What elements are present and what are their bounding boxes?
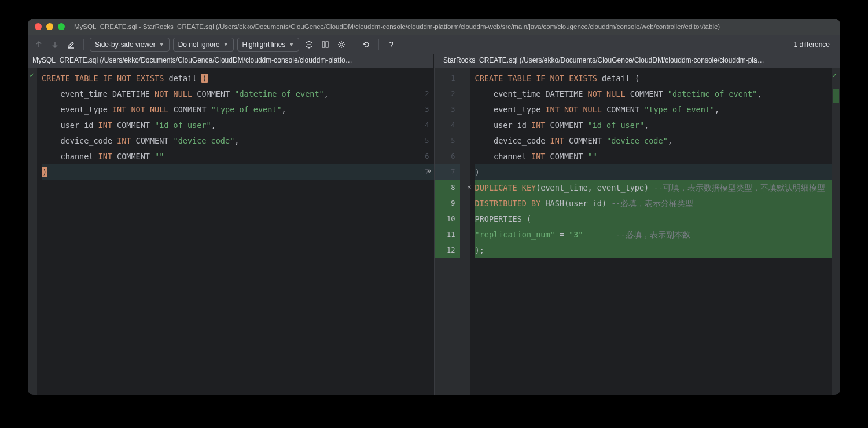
viewer-mode-label: Side-by-side viewer xyxy=(95,41,156,49)
right-file-header[interactable]: StarRocks_CREATE.sql (/Users/ekko/Docume… xyxy=(434,54,840,68)
line-number: 4 xyxy=(435,118,460,133)
settings-button[interactable] xyxy=(335,38,348,51)
chevron-down-icon: ▼ xyxy=(159,42,164,47)
code-line[interactable]: channel INT COMMENT "" xyxy=(42,149,411,164)
window-title: MySQL_CREATE.sql - StarRocks_CREATE.sql … xyxy=(74,23,720,30)
separator xyxy=(354,39,354,50)
svg-rect-1 xyxy=(326,42,328,47)
code-line[interactable]: DISTRIBUTED BY HASH(user_id) --必填，表示分桶类型 xyxy=(475,196,833,211)
right-code[interactable]: CREATE TABLE IF NOT EXISTS detail ( even… xyxy=(470,68,833,395)
check-icon: ✓ xyxy=(832,71,837,79)
code-line[interactable]: device_code INT COMMENT "device code", xyxy=(475,133,833,149)
refresh-button[interactable] xyxy=(360,38,373,51)
line-number: 9 xyxy=(435,196,460,211)
diff-panes: ✓ CREATE TABLE IF NOT EXISTS detail ( ev… xyxy=(28,68,840,395)
right-line-numbers: 123456789101112 xyxy=(435,68,460,395)
ignore-mode-label: Do not ignore xyxy=(178,41,220,49)
line-number: 5 xyxy=(435,133,460,149)
code-line[interactable]: event_time DATETIME NOT NULL COMMENT "da… xyxy=(475,86,833,102)
svg-rect-0 xyxy=(322,42,325,47)
chevron-down-icon: ▼ xyxy=(289,42,294,47)
code-line[interactable]: event_type INT NOT NULL COMMENT "type of… xyxy=(42,102,411,118)
close-button[interactable] xyxy=(35,23,42,30)
ignore-mode-dropdown[interactable]: Do not ignore ▼ xyxy=(173,38,234,52)
minimize-button[interactable] xyxy=(46,23,53,30)
code-line[interactable]: channel INT COMMENT "" xyxy=(475,149,833,164)
code-line[interactable]: PROPERTIES ( xyxy=(475,211,833,227)
line-number: 8 xyxy=(435,180,460,196)
prev-diff-button[interactable] xyxy=(32,38,45,51)
highlight-mode-label: Highlight lines xyxy=(242,41,286,49)
line-number xyxy=(411,71,434,86)
left-pane[interactable]: ✓ CREATE TABLE IF NOT EXISTS detail ( ev… xyxy=(28,68,435,395)
diff-count: 1 difference xyxy=(794,41,836,49)
line-number: 12 xyxy=(435,243,460,258)
line-number: 2 xyxy=(411,86,434,102)
left-line-numbers: 234567 xyxy=(411,68,434,395)
next-diff-button[interactable] xyxy=(49,38,61,51)
apply-right-icon[interactable]: » xyxy=(427,167,431,175)
line-number: 4 xyxy=(411,118,434,133)
viewer-mode-dropdown[interactable]: Side-by-side viewer ▼ xyxy=(90,38,170,52)
line-number: 1 xyxy=(435,71,460,86)
left-code[interactable]: CREATE TABLE IF NOT EXISTS detail ( even… xyxy=(37,68,411,395)
code-line[interactable]: device_code INT COMMENT "device code", xyxy=(42,133,411,149)
separator xyxy=(83,39,84,50)
edit-button[interactable] xyxy=(65,38,78,51)
left-file-header[interactable]: MySQL_CREATE.sql (/Users/ekko/Documents/… xyxy=(28,54,434,68)
line-number: 11 xyxy=(435,227,460,243)
diff-marker[interactable] xyxy=(833,89,839,103)
diff-window: MySQL_CREATE.sql - StarRocks_CREATE.sql … xyxy=(28,19,840,395)
code-line[interactable]: user_id INT COMMENT "id of user", xyxy=(42,118,411,133)
line-number: 6 xyxy=(435,149,460,164)
check-icon: ✓ xyxy=(30,71,34,79)
left-marker-strip xyxy=(28,68,37,395)
highlight-mode-dropdown[interactable]: Highlight lines ▼ xyxy=(237,38,300,52)
right-fold-gutter: « xyxy=(460,68,470,395)
chevron-down-icon: ▼ xyxy=(223,42,229,47)
code-line[interactable]: ) xyxy=(42,164,411,180)
code-line[interactable]: ) xyxy=(475,164,833,180)
sync-scroll-button[interactable] xyxy=(319,38,332,51)
traffic-lights xyxy=(35,23,65,30)
line-number: 10 xyxy=(435,211,460,227)
code-line[interactable]: CREATE TABLE IF NOT EXISTS detail ( xyxy=(475,71,833,86)
line-number: 5 xyxy=(411,133,434,149)
file-headers: MySQL_CREATE.sql (/Users/ekko/Documents/… xyxy=(28,54,840,68)
right-marker-strip: ✓ xyxy=(832,68,840,395)
separator xyxy=(378,39,379,50)
line-number: 7 xyxy=(435,164,460,180)
code-line[interactable]: "replication_num" = "3" --必填，表示副本数 xyxy=(475,227,833,243)
toolbar: Side-by-side viewer ▼ Do not ignore ▼ Hi… xyxy=(28,35,840,54)
titlebar[interactable]: MySQL_CREATE.sql - StarRocks_CREATE.sql … xyxy=(28,19,840,35)
right-pane[interactable]: 123456789101112 « CREATE TABLE IF NOT EX… xyxy=(435,68,841,395)
collapse-unchanged-button[interactable] xyxy=(303,38,315,51)
line-number: 2 xyxy=(435,86,460,102)
line-number: 3 xyxy=(435,102,460,118)
help-button[interactable]: ? xyxy=(385,38,398,51)
code-line[interactable]: user_id INT COMMENT "id of user", xyxy=(475,118,833,133)
code-line[interactable]: event_time DATETIME NOT NULL COMMENT "da… xyxy=(42,86,411,102)
line-number: 3 xyxy=(411,102,434,118)
code-line[interactable]: DUPLICATE KEY(event_time, event_type) --… xyxy=(475,180,833,196)
maximize-button[interactable] xyxy=(58,23,65,30)
code-line[interactable]: event_type INT NOT NULL COMMENT "type of… xyxy=(475,102,833,118)
line-number: 6 xyxy=(411,149,434,164)
svg-point-2 xyxy=(340,43,343,46)
code-line[interactable]: ); xyxy=(475,243,833,258)
code-line[interactable]: CREATE TABLE IF NOT EXISTS detail ( xyxy=(42,71,411,86)
